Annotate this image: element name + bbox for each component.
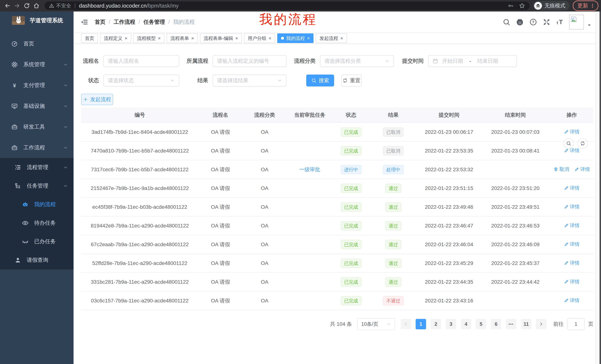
sidebar-item-任务管理[interactable]: 任务管理 <box>0 177 74 195</box>
page-button-4[interactable]: 4 <box>461 319 471 329</box>
detail-link[interactable]: 详情 <box>564 147 580 154</box>
process-name-input[interactable]: 请输入流程名 <box>103 55 179 67</box>
prev-page-button[interactable] <box>401 319 411 329</box>
tab-流程模型[interactable]: 流程模型× <box>133 33 164 43</box>
reset-button[interactable]: 重置 <box>341 75 362 86</box>
category-select[interactable]: 请选择流程分类 <box>320 55 394 67</box>
close-icon[interactable]: × <box>125 36 127 41</box>
status-select[interactable]: 请选择状态 <box>103 75 179 86</box>
sidebar-item-系统管理[interactable]: 系统管理 <box>0 54 74 75</box>
status-cell: 已完成 <box>333 216 369 235</box>
tab-用户分组[interactable]: 用户分组× <box>244 33 275 43</box>
sidebar-item-支付管理[interactable]: ¥支付管理 <box>0 75 74 96</box>
page-button-5[interactable]: 5 <box>476 319 486 329</box>
avatar[interactable] <box>569 15 584 29</box>
detail-link[interactable]: 详情 <box>564 260 580 266</box>
edit-icon <box>564 204 569 209</box>
column-header: 状态 <box>333 108 369 123</box>
process-name-cell: OA 请假 <box>198 216 242 235</box>
address-bar[interactable]: 不安全 dashboard.yudao.iocoder.cn/bpm/task/… <box>45 1 530 10</box>
sidebar-item-流程管理[interactable]: 流程管理 <box>0 158 74 177</box>
hamburger-icon[interactable] <box>81 18 88 26</box>
github-icon[interactable] <box>516 18 524 26</box>
browser-back-button[interactable] <box>3 1 12 10</box>
sidebar-item-基础设施[interactable]: 基础设施 <box>0 96 74 116</box>
scrollbar[interactable] <box>595 11 601 364</box>
page-ellipsis[interactable]: ••• <box>506 319 516 329</box>
security-badge[interactable]: 不安全 <box>49 2 71 9</box>
breadcrumb-item[interactable]: 任务管理 <box>143 18 165 26</box>
detail-link[interactable]: 详情 <box>564 129 580 135</box>
browser-update-button[interactable]: 更新 <box>573 0 598 11</box>
toolbox-icon <box>11 124 18 130</box>
category-cell: OA <box>242 291 287 310</box>
help-icon[interactable]: ? <box>529 18 537 26</box>
detail-link[interactable]: 详情 <box>564 222 580 229</box>
tab-发起流程[interactable]: 发起流程× <box>316 33 347 43</box>
browser-home-button[interactable] <box>31 1 41 10</box>
tab-我的流程[interactable]: 我的流程× <box>277 33 313 43</box>
breadcrumb-item[interactable]: 首页 <box>95 18 105 26</box>
goto-page-input[interactable]: 1 <box>567 318 584 330</box>
sidebar-item-我的流程[interactable]: 我的流程 <box>0 195 74 214</box>
menu-dots-icon[interactable] <box>590 3 595 9</box>
sidebar-item-首页[interactable]: 首页 <box>0 33 74 54</box>
detail-link[interactable]: 详情 <box>564 185 580 191</box>
user-icon <box>14 257 21 263</box>
close-icon[interactable]: × <box>340 36 343 41</box>
create-process-label: 发起流程 <box>90 96 111 103</box>
sidebar-item-已办任务[interactable]: 已办任务 <box>0 232 74 251</box>
page-button-1[interactable]: 1 <box>416 319 426 329</box>
table-row: 331bc281-7b9a-11ec-a290-acde48001122OA 请… <box>81 273 593 291</box>
task-link[interactable]: 一级审批 <box>299 167 320 172</box>
tab-流程表单-编辑[interactable]: 流程表单-编辑× <box>200 33 242 43</box>
process-name-cell: OA 请假 <box>198 198 242 216</box>
next-page-button[interactable] <box>536 319 546 329</box>
search-icon[interactable] <box>502 18 510 26</box>
sidebar-item-研发工具[interactable]: 研发工具 <box>0 116 74 137</box>
sidebar-item-请假查询[interactable]: 请假查询 <box>0 251 74 269</box>
page-button-6[interactable]: 6 <box>491 319 501 329</box>
page-size-select[interactable]: 10条/页 <box>357 318 395 330</box>
sidebar-item-待办任务[interactable]: 待办任务 <box>0 214 74 232</box>
sidebar-item-工作流程[interactable]: 工作流程 <box>0 137 74 158</box>
star-icon[interactable] <box>519 3 525 9</box>
key-icon[interactable] <box>508 3 514 9</box>
process-name-cell: OA 请假 <box>198 273 242 291</box>
end-time-cell <box>481 160 550 179</box>
close-icon[interactable]: × <box>158 36 161 41</box>
caret-down-icon[interactable] <box>587 23 592 28</box>
close-icon[interactable]: × <box>307 36 310 41</box>
tab-首页[interactable]: 首页 <box>81 33 98 43</box>
sidebar-item-label: 任务管理 <box>27 182 48 190</box>
create-process-button[interactable]: 发起流程 <box>81 94 113 105</box>
result-select[interactable]: 请选择流结果 <box>213 75 287 86</box>
app-logo-row[interactable]: 芋道管理系统 <box>0 11 74 29</box>
page-button-11[interactable]: 11 <box>521 319 531 329</box>
close-icon[interactable]: × <box>269 36 271 41</box>
page-button-2[interactable]: 2 <box>431 319 441 329</box>
browser-reload-button[interactable] <box>22 1 31 10</box>
detail-link[interactable]: 详情 <box>564 241 580 248</box>
process-name-cell: OA 请假 <box>198 291 242 310</box>
close-icon[interactable]: × <box>235 36 238 41</box>
font-size-icon[interactable]: tT <box>556 18 564 26</box>
browser-forward-button[interactable] <box>12 1 22 10</box>
breadcrumb-item[interactable]: 工作流程 <box>114 18 135 26</box>
search-button[interactable]: 搜索 <box>306 75 334 86</box>
tab-流程定义[interactable]: 流程定义× <box>100 33 131 43</box>
process-def-input[interactable]: 请输入流程定义的编号 <box>213 55 287 67</box>
page-button-3[interactable]: 3 <box>446 319 456 329</box>
detail-link[interactable]: 详情 <box>564 203 580 210</box>
chevron-up-icon <box>63 145 68 150</box>
close-icon[interactable]: × <box>191 36 194 41</box>
detail-link[interactable]: 详情 <box>564 278 580 285</box>
detail-link[interactable]: 详情 <box>574 166 590 172</box>
cancel-link[interactable]: 取消 <box>553 166 569 172</box>
tab-流程表单[interactable]: 流程表单× <box>167 33 198 43</box>
edit-icon <box>564 129 569 134</box>
detail-link[interactable]: 详情 <box>564 297 580 304</box>
tab-label: 用户分组 <box>248 35 266 41</box>
fullscreen-icon[interactable] <box>543 18 551 26</box>
date-range-input[interactable]: 开始日期 - 结束日期 <box>428 55 517 67</box>
